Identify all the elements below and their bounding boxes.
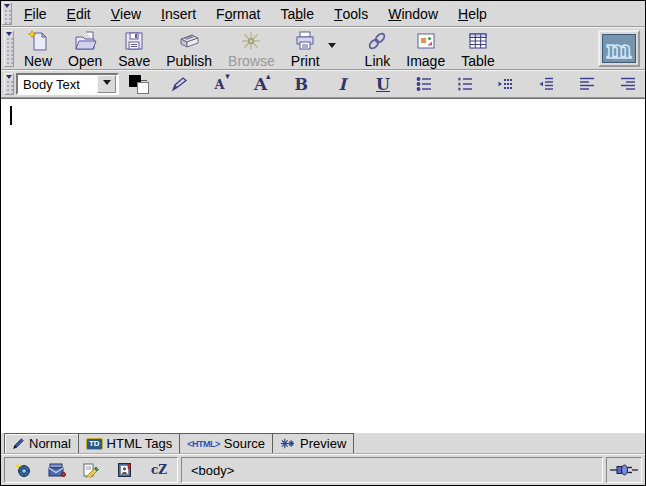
menu-file[interactable]: File <box>14 1 57 26</box>
mozilla-throbber-button[interactable]: m <box>598 30 640 67</box>
plug-icon <box>610 463 638 477</box>
online-status-button[interactable] <box>606 457 642 483</box>
edit-mode-tabbar: Normal TD HTML Tags <HTML> Source Previe… <box>1 433 645 454</box>
numbered-list-icon <box>456 75 474 93</box>
outdent-button[interactable] <box>492 72 518 96</box>
align-left-button[interactable] <box>574 72 600 96</box>
menu-help[interactable]: Help <box>448 1 497 26</box>
chatzilla-glyph: cZ <box>151 463 167 477</box>
highlight-color-button[interactable] <box>166 72 192 96</box>
tab-html-tags-label: HTML Tags <box>107 436 173 451</box>
image-icon <box>414 29 438 53</box>
combo-dropdown-button[interactable] <box>97 75 116 93</box>
decrease-font-size-button[interactable]: A ▾ <box>207 72 233 96</box>
tab-html-tags[interactable]: TD HTML Tags <box>78 433 180 453</box>
small-a-glyph: A <box>215 77 225 92</box>
link-chain-icon <box>365 29 389 53</box>
chevron-down-icon <box>328 43 336 52</box>
tab-preview[interactable]: Preview <box>272 433 354 453</box>
toolbar-spacer <box>503 29 598 68</box>
menu-view[interactable]: View <box>101 1 151 26</box>
tab-normal-label: Normal <box>29 436 71 451</box>
save-floppy-icon <box>122 29 146 53</box>
link-button[interactable]: Link <box>357 29 399 68</box>
paragraph-format-select[interactable]: Body Text <box>16 73 119 95</box>
increase-font-size-button[interactable]: A ▴ <box>247 72 273 96</box>
highlight-pen-icon <box>170 75 188 93</box>
image-button[interactable]: Image <box>398 29 453 68</box>
pen-icon <box>12 437 25 450</box>
address-book-icon[interactable] <box>115 462 135 479</box>
image-button-label: Image <box>406 53 445 69</box>
background-color-swatch[interactable] <box>137 82 149 94</box>
print-button-label: Print <box>291 53 320 69</box>
open-button-label: Open <box>68 53 102 69</box>
new-page-icon <box>26 29 50 53</box>
navigator-icon[interactable] <box>13 462 33 479</box>
menu-edit[interactable]: Edit <box>57 1 101 26</box>
new-button-label: New <box>24 53 52 69</box>
text-caret <box>10 106 12 125</box>
format-controls: A ▾ A ▴ B I U <box>127 72 641 96</box>
tab-source-label: Source <box>224 436 265 451</box>
save-button[interactable]: Save <box>110 29 158 68</box>
underline-button[interactable]: U <box>370 72 396 96</box>
svg-text:m: m <box>606 35 631 62</box>
menu-insert[interactable]: Insert <box>151 1 206 26</box>
editor-canvas[interactable] <box>1 98 645 433</box>
tab-source[interactable]: <HTML> Source <box>179 433 273 453</box>
italic-icon: I <box>338 75 345 94</box>
print-button[interactable]: Print <box>283 29 328 68</box>
indent-icon <box>537 75 555 93</box>
bulleted-list-button[interactable] <box>411 72 437 96</box>
toolbar-grippy[interactable] <box>4 73 14 95</box>
component-bar: cZ <box>4 457 178 483</box>
composer-icon[interactable] <box>81 462 101 479</box>
menu-format[interactable]: Format <box>206 1 270 26</box>
align-right-button[interactable] <box>615 72 641 96</box>
publish-button[interactable]: Publish <box>158 29 220 68</box>
print-dropdown-arrow[interactable] <box>328 29 341 68</box>
indent-button[interactable] <box>533 72 559 96</box>
publish-button-label: Publish <box>166 53 212 69</box>
open-button[interactable]: Open <box>60 29 110 68</box>
menu-tools[interactable]: Tools <box>324 1 378 26</box>
table-button[interactable]: Table <box>453 29 502 68</box>
format-toolbar: Body Text A ▾ A ▴ B <box>1 70 645 98</box>
italic-button[interactable]: I <box>329 72 355 96</box>
arrow-up-icon: ▴ <box>266 72 271 81</box>
publish-icon <box>177 29 201 53</box>
link-button-label: Link <box>365 53 391 69</box>
structure-path-body[interactable]: <body> <box>191 463 234 478</box>
arrow-down-icon: ▾ <box>225 72 230 81</box>
toolbar-grippy[interactable] <box>2 2 12 25</box>
browse-button[interactable]: Browse <box>220 29 283 68</box>
toolbar-grippy[interactable] <box>4 30 14 67</box>
bold-icon: B <box>295 75 309 94</box>
text-color-swatch[interactable] <box>127 72 151 96</box>
html-source-icon: <HTML> <box>187 439 220 449</box>
browse-button-label: Browse <box>228 53 275 69</box>
align-left-icon <box>578 75 596 93</box>
align-right-icon <box>619 75 637 93</box>
bulleted-list-icon <box>415 75 433 93</box>
menu-table[interactable]: Table <box>270 1 324 26</box>
structure-bar: <body> <box>181 457 603 483</box>
browse-sparkle-icon <box>239 29 263 53</box>
outdent-icon <box>496 75 514 93</box>
sparkle-icon <box>280 437 296 450</box>
bold-button[interactable]: B <box>288 72 314 96</box>
table-grid-icon <box>466 29 490 53</box>
print-icon <box>293 29 317 53</box>
new-button[interactable]: New <box>16 29 60 68</box>
menu-window[interactable]: Window <box>378 1 448 26</box>
composer-window: File Edit View Insert Format Table Tools… <box>0 0 646 486</box>
table-button-label: Table <box>461 53 494 69</box>
open-folder-icon <box>73 29 97 53</box>
tab-normal[interactable]: Normal <box>4 433 79 453</box>
chatzilla-icon[interactable]: cZ <box>149 462 169 479</box>
mail-icon[interactable] <box>47 462 67 479</box>
numbered-list-button[interactable] <box>452 72 478 96</box>
paragraph-format-value: Body Text <box>18 77 96 92</box>
main-toolbar: New Open Save Publish Browse <box>1 27 645 70</box>
